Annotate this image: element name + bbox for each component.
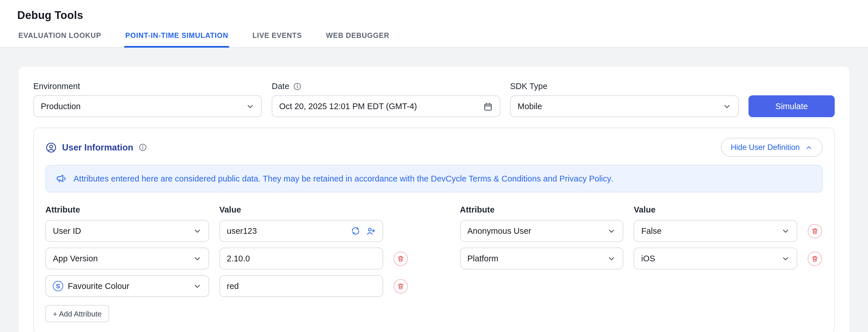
environment-select[interactable]: Production (33, 95, 262, 117)
tab-bar: EVALUATION LOOKUP POINT-IN-TIME SIMULATI… (0, 29, 868, 47)
delete-attribute-button[interactable] (393, 279, 408, 294)
attributes-grid: Attribute Value User ID (45, 205, 823, 323)
user-plus-icon[interactable] (366, 226, 375, 236)
string-type-badge: S (53, 281, 63, 292)
terms-and-conditions-link[interactable]: DevCycle Terms & Conditions (431, 174, 541, 183)
date-input-wrap (272, 95, 500, 117)
simulation-card: Environment Production Date (19, 67, 849, 332)
tab-live-events[interactable]: LIVE EVENTS (251, 29, 303, 47)
attribute-selected-value: App Version (53, 254, 98, 263)
environment-label-text: Environment (33, 82, 80, 91)
value-selected-value: iOS (641, 254, 655, 263)
calendar-icon[interactable] (483, 101, 493, 111)
value-input-app-version[interactable] (227, 254, 376, 263)
refresh-icon[interactable] (351, 227, 360, 236)
page-header: Debug Tools EVALUATION LOOKUP POINT-IN-T… (0, 0, 868, 48)
value-select-anonymous-user[interactable]: False (634, 220, 798, 242)
value-input-favourite-colour-wrap (219, 275, 383, 297)
attribute-select-platform[interactable]: Platform (460, 248, 624, 270)
chevron-down-icon (193, 254, 202, 263)
date-input[interactable] (279, 102, 483, 111)
chevron-down-icon (781, 227, 790, 236)
chevron-down-icon (193, 227, 202, 236)
value-input-user-id-wrap (219, 220, 383, 242)
info-icon (293, 82, 301, 90)
hide-user-definition-label: Hide User Definition (731, 143, 800, 152)
app-root: Debug Tools EVALUATION LOOKUP POINT-IN-T… (0, 0, 868, 332)
chevron-down-icon (608, 227, 616, 236)
date-label: Date (272, 82, 500, 91)
page-title: Debug Tools (17, 9, 868, 22)
user-circle-icon (45, 142, 57, 153)
attribute-select-anonymous-user[interactable]: Anonymous User (460, 220, 624, 242)
date-field: Date (272, 82, 500, 117)
add-attribute-button[interactable]: + Add Attribute (45, 305, 109, 323)
sdk-type-label-text: SDK Type (510, 82, 548, 91)
value-input-user-id[interactable] (227, 227, 351, 236)
value-select-platform[interactable]: iOS (634, 248, 798, 270)
tab-point-in-time-simulation[interactable]: POINT-IN-TIME SIMULATION (124, 29, 229, 47)
value-selected-value: False (641, 227, 662, 236)
notice-text-part: Attributes entered here are considered p… (73, 174, 431, 183)
value-input-app-version-wrap (219, 248, 383, 270)
attribute-select-user-id[interactable]: User ID (45, 220, 209, 242)
sdk-type-label: SDK Type (510, 82, 739, 91)
user-information-header: User Information Hide User Definition (45, 138, 823, 157)
user-information-title-wrap: User Information (45, 142, 147, 153)
attributes-left-column: Attribute Value User ID (45, 205, 408, 323)
attribute-select-app-version[interactable]: App Version (45, 248, 209, 270)
value-input-favourite-colour[interactable] (227, 282, 376, 291)
chevron-down-icon (246, 102, 254, 111)
public-data-notice-text: Attributes entered here are considered p… (73, 173, 614, 185)
environment-label: Environment (33, 82, 262, 91)
attribute-selected-value: Favourite Colour (68, 282, 129, 291)
notice-text-part: and (541, 174, 560, 183)
attribute-selected-value: Platform (467, 254, 498, 263)
hide-user-definition-button[interactable]: Hide User Definition (721, 138, 823, 157)
simulate-button[interactable]: Simulate (748, 95, 835, 117)
privacy-policy-link[interactable]: Privacy Policy (560, 174, 612, 183)
attribute-column-header: Attribute (460, 205, 624, 215)
trash-icon (811, 255, 818, 263)
delete-attribute-button[interactable] (393, 251, 408, 266)
environment-field: Environment Production (33, 82, 262, 117)
chevron-down-icon (723, 102, 731, 111)
attribute-selected-value: Anonymous User (467, 227, 531, 236)
date-label-text: Date (272, 82, 289, 91)
sdk-type-field: SDK Type Mobile (510, 82, 739, 117)
chevron-down-icon (193, 282, 202, 291)
attribute-selected-value: User ID (53, 227, 81, 236)
megaphone-icon (56, 173, 67, 184)
attributes-right-column: Attribute Value Anonymous User False (460, 205, 823, 270)
value-column-header: Value (219, 205, 383, 215)
user-information-title: User Information (62, 142, 133, 152)
page-body: Environment Production Date (0, 48, 868, 332)
tab-web-debugger[interactable]: WEB DEBUGGER (325, 29, 391, 47)
environment-selected-value: Production (41, 102, 81, 111)
attribute-select-favourite-colour[interactable]: S Favourite Colour (45, 275, 209, 297)
user-information-section: User Information Hide User Definition (33, 127, 835, 332)
tab-evaluation-lookup[interactable]: EVALUATION LOOKUP (17, 29, 102, 47)
chevron-up-icon (805, 143, 813, 151)
sdk-type-selected-value: Mobile (518, 102, 542, 111)
sdk-type-select[interactable]: Mobile (510, 95, 739, 117)
value-column-header: Value (634, 205, 798, 215)
trash-icon (811, 228, 818, 235)
attribute-column-header: Attribute (45, 205, 209, 215)
delete-attribute-button[interactable] (808, 224, 822, 238)
trash-icon (397, 282, 404, 290)
delete-attribute-button[interactable] (808, 251, 822, 266)
simulation-form-row: Environment Production Date (33, 82, 835, 117)
public-data-notice: Attributes entered here are considered p… (45, 165, 823, 193)
chevron-down-icon (781, 254, 790, 263)
info-icon (138, 143, 147, 152)
trash-icon (397, 255, 404, 263)
chevron-down-icon (608, 254, 616, 263)
notice-text-part: . (611, 174, 614, 183)
